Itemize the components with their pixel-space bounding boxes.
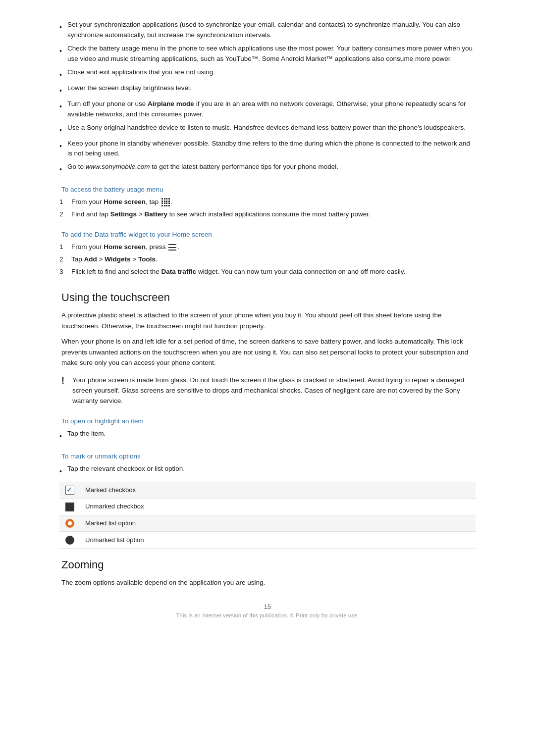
bullet-text: Use a Sony original handsfree device to …: [67, 123, 476, 133]
list-item: Check the battery usage menu in the phon…: [59, 44, 476, 64]
list-item: 1 From your Home screen, tap .: [59, 197, 476, 207]
list-item: Tap the item.: [59, 429, 476, 442]
list-item: Close and exit applications that you are…: [59, 67, 476, 80]
checkbox-label: Marked checkbox: [85, 486, 136, 494]
touchscreen-section: Using the touchscreen A protective plast…: [59, 291, 476, 406]
step-text: From your Home screen, tap .: [71, 197, 476, 207]
touchscreen-para1: A protective plastic sheet is attached t…: [59, 310, 476, 331]
table-row: Unmarked list option: [59, 532, 476, 549]
bullet-text: Go to www.sonymobile.com to get the late…: [67, 162, 476, 172]
open-highlight-section: To open or highlight an item Tap the ite…: [59, 417, 476, 442]
bullet-text: Check the battery usage menu in the phon…: [67, 44, 476, 64]
table-cell-icon: [59, 515, 80, 532]
list-item: 3 Flick left to find and select the Data…: [59, 267, 476, 277]
table-row: Unmarked checkbox: [59, 499, 476, 515]
step-number: 2: [59, 209, 71, 220]
bullet-text: Tap the item.: [67, 429, 476, 439]
battery-usage-section: To access the battery usage menu 1 From …: [59, 186, 476, 220]
bullet-dot: [59, 431, 67, 442]
checkbox-table: Marked checkbox Unmarked checkbox: [59, 482, 476, 549]
page-content: Set your synchronization applications (u…: [59, 20, 476, 618]
step-number: 1: [59, 197, 71, 207]
warning-icon: !: [61, 376, 72, 386]
mark-unmark-heading: To mark or unmark options: [59, 453, 476, 460]
table-cell-icon: [59, 532, 80, 549]
sonymobile-link: www.sonymobile.com: [86, 163, 150, 170]
mark-unmark-section: To mark or unmark options Tap the releva…: [59, 453, 476, 549]
table-cell-icon: [59, 499, 80, 515]
radio-unmarked-icon: [65, 536, 74, 545]
open-highlight-list: Tap the item.: [59, 429, 476, 442]
battery-section-heading: To access the battery usage menu: [59, 186, 476, 193]
step-text: Flick left to find and select the Data t…: [71, 267, 476, 277]
list-item: Set your synchronization applications (u…: [59, 20, 476, 41]
step-number: 2: [59, 254, 71, 265]
zooming-heading: Zooming: [59, 558, 476, 571]
warning-block: ! Your phone screen is made from glass. …: [59, 375, 476, 406]
bullet-dot: [59, 164, 67, 175]
list-item: Keep your phone in standby whenever poss…: [59, 139, 476, 159]
step-text: Find and tap Settings > Battery to see w…: [71, 209, 476, 220]
bullet-dot: [59, 125, 67, 136]
bullet-text: Set your synchronization applications (u…: [67, 20, 476, 41]
page-number: 15: [59, 603, 476, 610]
list-item: Tap the relevant checkbox or list option…: [59, 464, 476, 477]
menu-icon: [168, 244, 176, 251]
checkbox-label: Unmarked checkbox: [85, 503, 144, 510]
table-cell-label: Unmarked list option: [80, 532, 476, 549]
bullet-dot: [59, 466, 67, 477]
table-row: Marked list option: [59, 515, 476, 532]
top-bullet-list: Set your synchronization applications (u…: [59, 20, 476, 175]
checked-checkbox-icon: [65, 486, 74, 495]
radio-label: Unmarked list option: [85, 536, 144, 544]
data-traffic-steps-list: 1 From your Home screen, press . 2 Tap A…: [59, 242, 476, 277]
list-item: 2 Find and tap Settings > Battery to see…: [59, 209, 476, 220]
list-item: 2 Tap Add > Widgets > Tools.: [59, 254, 476, 265]
open-highlight-heading: To open or highlight an item: [59, 417, 476, 425]
bullet-dot: [59, 70, 67, 80]
zooming-section: Zooming The zoom options available depen…: [59, 558, 476, 588]
list-item: Go to www.sonymobile.com to get the late…: [59, 162, 476, 175]
step-number: 3: [59, 267, 71, 277]
data-traffic-heading: To add the Data traffic widget to your H…: [59, 231, 476, 238]
table-row: Marked checkbox: [59, 482, 476, 499]
unchecked-checkbox-icon: [65, 503, 74, 511]
bullet-text: Lower the screen display brightness leve…: [67, 83, 476, 94]
bullet-dot: [59, 46, 67, 56]
bullet-dot: [59, 86, 67, 96]
touchscreen-heading: Using the touchscreen: [59, 291, 476, 304]
step-text: Tap Add > Widgets > Tools.: [71, 254, 476, 265]
zooming-para: The zoom options available depend on the…: [59, 577, 476, 588]
radio-label: Marked list option: [85, 519, 136, 527]
bullet-text: Keep your phone in standby whenever poss…: [67, 139, 476, 159]
list-item: Turn off your phone or use Airplane mode…: [59, 99, 476, 120]
table-cell-label: Marked list option: [80, 515, 476, 532]
battery-steps-list: 1 From your Home screen, tap . 2 Find an…: [59, 197, 476, 220]
touchscreen-para2: When your phone is on and left idle for …: [59, 336, 476, 368]
bullet-dot: [59, 101, 67, 112]
bullet-dot: [59, 22, 67, 33]
page-footer: 15 This is an Internet version of this p…: [59, 603, 476, 618]
bullet-text: Turn off your phone or use Airplane mode…: [67, 99, 476, 120]
data-traffic-section: To add the Data traffic widget to your H…: [59, 231, 476, 277]
bullet-text: Close and exit applications that you are…: [67, 67, 476, 78]
warning-text: Your phone screen is made from glass. Do…: [72, 375, 476, 406]
list-item: Use a Sony original handsfree device to …: [59, 123, 476, 136]
mark-unmark-list: Tap the relevant checkbox or list option…: [59, 464, 476, 477]
bullet-dot: [59, 141, 67, 151]
footer-notice: This is an Internet version of this publ…: [59, 612, 476, 618]
step-text: From your Home screen, press .: [71, 242, 476, 252]
list-item: Lower the screen display brightness leve…: [59, 83, 476, 96]
table-cell-icon: [59, 482, 80, 499]
grid-icon: [161, 198, 170, 206]
step-number: 1: [59, 242, 71, 252]
radio-marked-icon: [65, 519, 74, 528]
bullet-text: Tap the relevant checkbox or list option…: [67, 464, 476, 474]
table-cell-label: Unmarked checkbox: [80, 499, 476, 515]
list-item: 1 From your Home screen, press .: [59, 242, 476, 252]
table-cell-label: Marked checkbox: [80, 482, 476, 499]
